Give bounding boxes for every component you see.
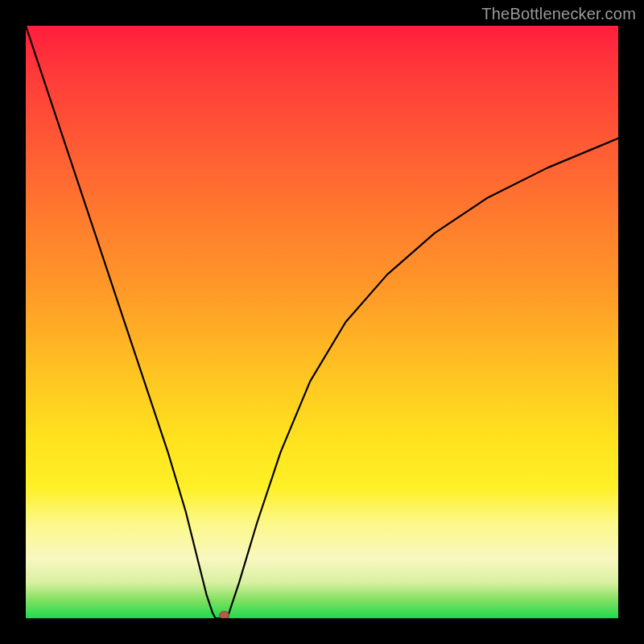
plot-area [26, 26, 618, 618]
curve-right-branch [227, 138, 618, 618]
curve-left-branch [26, 26, 216, 618]
curve-svg [26, 26, 618, 618]
chart-container: TheBottlenecker.com [0, 0, 644, 644]
attribution-label: TheBottlenecker.com [481, 5, 636, 23]
minimum-marker [220, 611, 229, 618]
